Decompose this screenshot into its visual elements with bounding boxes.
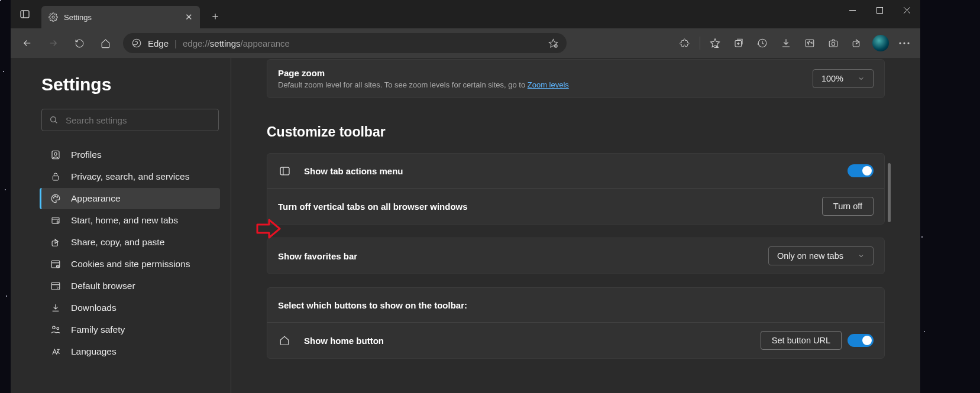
toolbar-right	[674, 31, 916, 55]
browser-tab[interactable]: Settings ✕	[41, 6, 200, 28]
history-icon[interactable]	[751, 31, 774, 55]
browser-toolbar: Edge | edge://settings/appearance	[11, 28, 920, 58]
page-zoom-card: Page zoom Default zoom level for all sit…	[267, 59, 885, 98]
search-settings[interactable]	[41, 109, 219, 131]
browser-window: Settings ✕ ＋ Edge | edge://settings/appe…	[11, 0, 920, 393]
svg-point-28	[51, 117, 56, 122]
svg-rect-48	[280, 167, 289, 175]
sidebar-item-downloads[interactable]: Downloads	[40, 297, 220, 319]
window-controls	[839, 0, 920, 20]
tab-actions-row: Show tab actions menu	[267, 154, 884, 188]
window-icon	[50, 216, 62, 225]
new-tab-button[interactable]: ＋	[203, 4, 227, 28]
home-button[interactable]	[93, 31, 117, 55]
share-icon[interactable]	[846, 31, 868, 55]
svg-line-29	[55, 121, 57, 123]
home-icon	[278, 335, 291, 346]
cookie-icon	[50, 259, 62, 269]
tab-title: Settings	[64, 13, 92, 22]
svg-point-34	[55, 196, 56, 197]
svg-rect-32	[53, 176, 58, 180]
profile-avatar[interactable]	[869, 31, 892, 55]
svg-rect-0	[21, 11, 29, 18]
extensions-icon[interactable]	[674, 31, 696, 55]
svg-rect-22	[829, 41, 837, 47]
turn-off-vertical-tabs-button[interactable]: Turn off	[822, 197, 874, 216]
chevron-down-icon	[858, 75, 865, 82]
search-icon	[49, 115, 59, 125]
favorites-bar-card: Show favorites bar Only on new tabs	[267, 238, 885, 274]
forward-button[interactable]	[41, 31, 65, 55]
sidebar-title: Settings	[41, 74, 220, 95]
svg-point-27	[907, 42, 909, 44]
vertical-tabs-button[interactable]	[11, 0, 39, 28]
home-button-row: Show home button Set button URL	[267, 322, 884, 358]
language-icon	[50, 347, 62, 357]
math-solver-icon[interactable]	[798, 31, 821, 55]
refresh-button[interactable]	[67, 31, 91, 55]
collections-icon[interactable]	[727, 31, 750, 55]
sidebar-item-family[interactable]: Family safety	[40, 319, 220, 340]
profile-icon	[50, 150, 62, 160]
svg-point-33	[53, 197, 54, 199]
favorites-bar-dropdown[interactable]: Only on new tabs	[768, 246, 874, 265]
palette-icon	[50, 193, 62, 204]
favorites-icon[interactable]	[704, 31, 726, 55]
sidebar-item-profiles[interactable]: Profiles	[40, 144, 220, 165]
family-icon	[50, 324, 62, 335]
browser-icon	[50, 281, 62, 291]
vertical-tabs-row: Turn off vertical tabs on all browser wi…	[267, 188, 884, 224]
svg-rect-19	[806, 40, 814, 47]
sidebar-item-languages[interactable]: Languages	[40, 341, 220, 362]
address-url: edge://settings/appearance	[183, 38, 290, 48]
page-zoom-title: Page zoom	[278, 68, 569, 78]
svg-point-2	[52, 16, 54, 18]
back-button[interactable]	[15, 31, 39, 55]
address-label: Edge	[148, 38, 169, 48]
svg-rect-44	[51, 282, 60, 290]
gear-icon	[48, 12, 58, 22]
svg-point-23	[832, 43, 835, 46]
svg-point-7	[132, 39, 141, 47]
set-button-url-button[interactable]: Set button URL	[761, 331, 842, 350]
home-button-toggle[interactable]	[848, 334, 874, 347]
toolbar-buttons-card: Select which buttons to show on the tool…	[267, 287, 885, 359]
svg-point-35	[57, 197, 58, 198]
lock-icon	[50, 172, 62, 181]
download-icon	[50, 303, 62, 313]
more-menu-icon[interactable]	[893, 31, 916, 55]
svg-rect-4	[876, 7, 882, 13]
tab-options-card: Show tab actions menu Turn off vertical …	[267, 153, 885, 225]
close-tab-icon[interactable]: ✕	[185, 12, 193, 22]
chevron-down-icon	[858, 252, 865, 259]
tab-actions-icon	[278, 166, 291, 176]
svg-point-26	[903, 42, 905, 44]
svg-point-31	[54, 152, 57, 155]
sidebar-item-appearance[interactable]: Appearance	[40, 188, 220, 209]
svg-marker-12	[711, 39, 720, 47]
svg-rect-30	[52, 151, 59, 159]
maximize-button[interactable]	[866, 0, 893, 20]
address-bar[interactable]: Edge | edge://settings/appearance	[123, 33, 567, 53]
minimize-button[interactable]	[839, 0, 866, 20]
close-window-button[interactable]	[893, 0, 920, 20]
svg-point-38	[57, 221, 59, 223]
sidebar-item-start[interactable]: Start, home, and new tabs	[40, 210, 220, 231]
page-zoom-dropdown[interactable]: 100%	[813, 69, 874, 88]
downloads-icon[interactable]	[775, 31, 797, 55]
favorite-star-icon[interactable]	[548, 38, 558, 48]
zoom-levels-link[interactable]: Zoom levels	[528, 80, 569, 89]
sidebar-item-share[interactable]: Share, copy, and paste	[40, 232, 220, 253]
tab-actions-toggle[interactable]	[848, 164, 874, 177]
settings-sidebar: Settings Profiles Privacy, search, and s…	[11, 58, 231, 393]
svg-point-46	[53, 326, 56, 329]
sidebar-item-privacy[interactable]: Privacy, search, and services	[40, 166, 220, 187]
svg-point-47	[57, 327, 59, 330]
edge-logo-icon	[131, 38, 142, 48]
sidebar-item-default-browser[interactable]: Default browser	[40, 275, 220, 297]
search-input[interactable]	[66, 115, 211, 125]
page-zoom-sub: Default zoom level for all sites. To see…	[278, 80, 569, 89]
sidebar-item-cookies[interactable]: Cookies and site permissions	[40, 254, 220, 275]
scrollbar[interactable]	[888, 163, 891, 393]
screenshot-icon[interactable]	[822, 31, 845, 55]
